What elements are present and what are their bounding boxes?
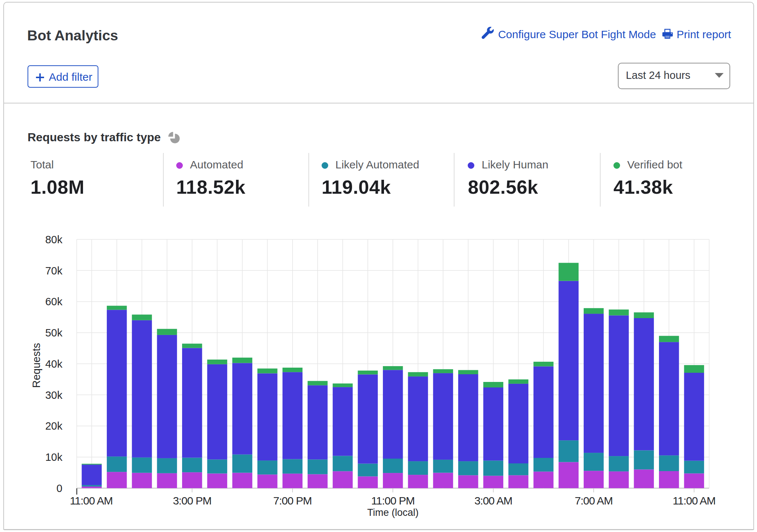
svg-text:30k: 30k <box>45 389 62 401</box>
svg-text:7:00 PM: 7:00 PM <box>273 495 312 507</box>
svg-text:80k: 80k <box>45 234 62 245</box>
svg-text:70k: 70k <box>45 265 62 277</box>
svg-text:Time (local): Time (local) <box>367 507 419 518</box>
svg-text:11:00 AM: 11:00 AM <box>70 495 113 507</box>
svg-text:0: 0 <box>57 482 62 494</box>
svg-text:3:00 AM: 3:00 AM <box>474 495 512 507</box>
svg-text:11:00 PM: 11:00 PM <box>371 495 414 507</box>
svg-text:20k: 20k <box>45 420 62 432</box>
svg-text:60k: 60k <box>45 296 62 307</box>
svg-text:10k: 10k <box>45 451 62 463</box>
svg-text:3:00 PM: 3:00 PM <box>173 495 211 507</box>
svg-text:Requests: Requests <box>30 343 42 388</box>
svg-text:50k: 50k <box>45 327 62 339</box>
svg-text:11:00 AM: 11:00 AM <box>673 495 716 507</box>
svg-text:40k: 40k <box>45 358 62 370</box>
svg-text:7:00 AM: 7:00 AM <box>575 495 613 507</box>
